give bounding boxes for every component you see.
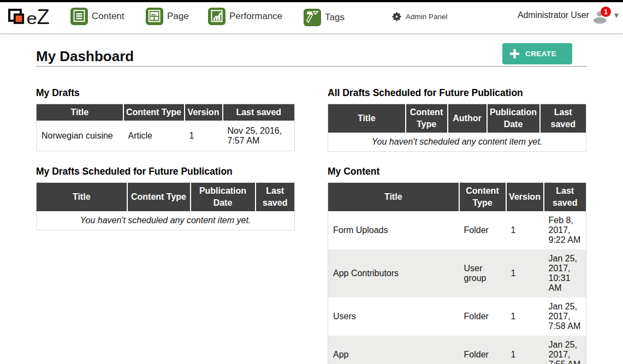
svg-text:e: e — [27, 9, 38, 27]
svg-text:Z: Z — [37, 7, 50, 27]
